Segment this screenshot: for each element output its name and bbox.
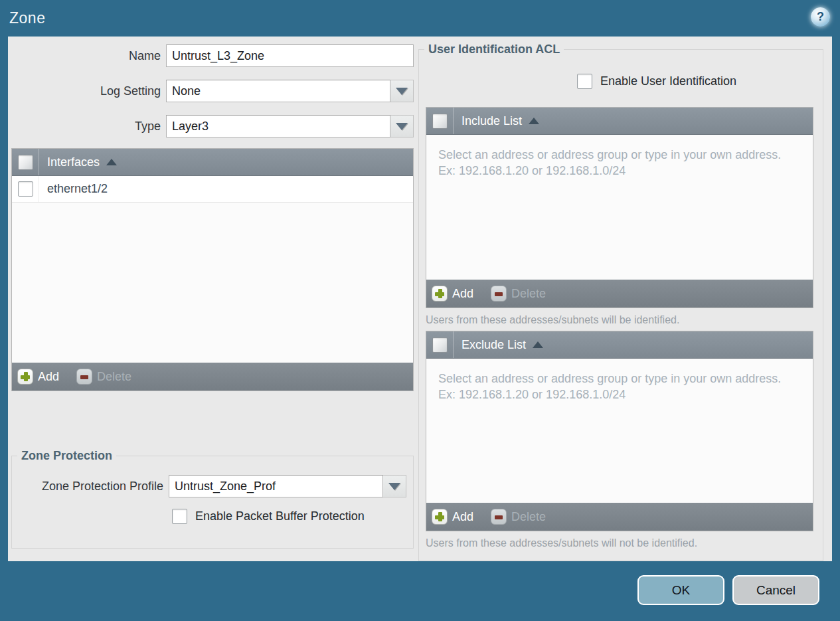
type-value[interactable]: Layer3 <box>166 115 390 137</box>
interfaces-table-header[interactable]: Interfaces <box>12 149 413 176</box>
select-all-checkbox[interactable] <box>18 155 33 170</box>
type-label: Type <box>11 120 161 133</box>
chevron-down-icon <box>388 483 400 490</box>
zone-form: Name Log Setting None Type Layer3 <box>11 44 414 150</box>
dialog-content: Name Log Setting None Type Layer3 <box>8 37 832 561</box>
include-list-placeholder: Select an address or address group or ty… <box>426 135 798 179</box>
interfaces-table-footer: Add Delete <box>12 363 413 391</box>
zone-protection-profile-value[interactable]: Untrust_Zone_Prof <box>169 475 383 497</box>
zone-protection-profile-dropdown-button[interactable] <box>383 475 406 497</box>
sort-ascending-icon <box>106 159 117 165</box>
delete-button[interactable]: Delete <box>76 369 131 385</box>
select-all-checkbox[interactable] <box>432 337 448 353</box>
delete-button[interactable]: Delete <box>491 509 546 525</box>
name-input[interactable] <box>166 44 414 67</box>
exclude-list-column-header[interactable]: Exclude List <box>462 338 543 352</box>
user-identification-acl-fieldset: User Identification ACL Enable User Iden… <box>418 43 823 561</box>
include-header-checkbox-cell <box>426 108 454 134</box>
delete-minus-icon <box>491 509 507 525</box>
log-setting-label: Log Setting <box>11 84 161 98</box>
type-dropdown[interactable]: Layer3 <box>166 115 414 137</box>
type-dropdown-button[interactable] <box>390 115 414 137</box>
delete-minus-icon <box>491 286 507 302</box>
exclude-list-header[interactable]: Exclude List <box>426 331 813 359</box>
add-plus-icon <box>432 286 448 302</box>
include-list-header[interactable]: Include List <box>426 108 813 135</box>
select-all-checkbox[interactable] <box>432 114 448 129</box>
zone-protection-profile-label: Zone Protection Profile <box>12 480 163 493</box>
packet-buffer-row: Enable Packet Buffer Protection <box>172 509 413 524</box>
add-plus-icon <box>17 369 33 385</box>
include-list-column-header[interactable]: Include List <box>462 114 539 128</box>
enable-user-identification-label: Enable User Identification <box>600 74 736 88</box>
add-button[interactable]: Add <box>432 509 473 525</box>
interfaces-table: Interfaces ethernet1/2 Add Delete <box>11 148 414 391</box>
interfaces-header-checkbox-cell <box>12 149 39 175</box>
chevron-down-icon <box>396 123 408 130</box>
log-setting-row: Log Setting None <box>11 80 414 102</box>
sort-ascending-icon <box>533 341 543 348</box>
zone-protection-profile-dropdown[interactable]: Untrust_Zone_Prof <box>169 475 406 497</box>
zone-protection-legend: Zone Protection <box>17 449 116 463</box>
packet-buffer-checkbox[interactable] <box>172 509 187 524</box>
enable-user-identification-row: Enable User Identification <box>577 74 823 89</box>
help-icon[interactable]: ? <box>811 7 830 27</box>
table-row[interactable]: ethernet1/2 <box>12 176 413 203</box>
log-setting-dropdown[interactable]: None <box>166 80 414 102</box>
log-setting-dropdown-button[interactable] <box>390 80 414 102</box>
add-button[interactable]: Add <box>17 369 59 385</box>
include-list-caption: Users from these addresses/subnets will … <box>426 314 823 326</box>
zone-protection-fieldset: Zone Protection Zone Protection Profile … <box>11 449 414 549</box>
enable-user-identification-checkbox[interactable] <box>577 74 592 89</box>
type-row: Type Layer3 <box>11 115 414 137</box>
chevron-down-icon <box>396 88 408 95</box>
log-setting-value[interactable]: None <box>166 80 390 102</box>
exclude-header-checkbox-cell <box>426 331 454 358</box>
interface-name: ethernet1/2 <box>47 182 108 196</box>
interfaces-table-body <box>12 203 413 363</box>
sort-ascending-icon <box>529 118 539 124</box>
include-list-table: Include List Select an address or addres… <box>426 107 813 308</box>
exclude-list-placeholder: Select an address or address group or ty… <box>426 359 798 403</box>
include-list-footer: Add Delete <box>426 280 813 308</box>
exclude-list-caption: Users from these addresses/subnets will … <box>426 537 823 549</box>
zone-protection-profile-row: Zone Protection Profile Untrust_Zone_Pro… <box>12 475 406 497</box>
name-label: Name <box>11 49 161 63</box>
delete-button[interactable]: Delete <box>491 286 546 302</box>
user-identification-acl-legend: User Identification ACL <box>424 43 564 56</box>
exclude-list-footer: Add Delete <box>426 503 813 531</box>
row-checkbox-cell <box>12 176 39 202</box>
packet-buffer-label: Enable Packet Buffer Protection <box>195 509 365 523</box>
add-button[interactable]: Add <box>432 286 473 302</box>
exclude-list-body[interactable]: Select an address or address group or ty… <box>426 359 813 503</box>
dialog-titlebar: Zone ? <box>0 0 840 37</box>
help-icon-glyph: ? <box>817 10 824 24</box>
row-checkbox[interactable] <box>18 181 33 197</box>
dialog-title: Zone <box>9 9 45 27</box>
include-list-body[interactable]: Select an address or address group or ty… <box>426 135 813 280</box>
add-plus-icon <box>432 509 448 525</box>
interfaces-column-header[interactable]: Interfaces <box>47 155 117 169</box>
delete-minus-icon <box>76 369 92 385</box>
cancel-button[interactable]: Cancel <box>732 575 819 605</box>
ok-button[interactable]: OK <box>637 575 724 605</box>
name-row: Name <box>11 44 414 67</box>
exclude-list-table: Exclude List Select an address or addres… <box>426 331 813 531</box>
